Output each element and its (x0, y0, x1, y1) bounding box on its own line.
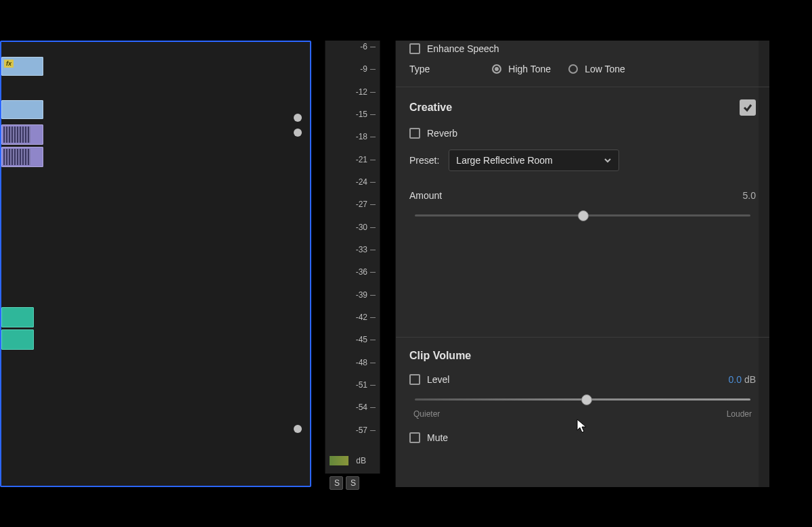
meter-tick: -21 (340, 155, 367, 164)
clip-volume-title: Clip Volume (409, 350, 471, 362)
solo-button[interactable]: S (330, 476, 343, 490)
divider (396, 87, 769, 87)
chevron-down-icon (604, 156, 612, 164)
slider-thumb[interactable] (578, 210, 589, 221)
solo-button[interactable]: S (346, 476, 359, 490)
meter-tick: -9 (340, 64, 367, 74)
timeline-vscroll[interactable] (286, 42, 310, 486)
meter-tick: -45 (340, 335, 367, 344)
keyframe-dot-icon[interactable] (294, 425, 302, 433)
video-clip[interactable] (1, 100, 43, 119)
level-checkbox[interactable] (409, 374, 420, 385)
amount-value[interactable]: 5.0 (743, 190, 756, 201)
level-value[interactable]: 0.0 dB (729, 374, 756, 385)
fx-badge-icon: fx (4, 60, 14, 68)
essential-sound-panel: Enhance Speech Type High Tone Low Tone C… (395, 41, 769, 487)
meter-tick: -51 (340, 380, 367, 390)
audio-meter: -6-9-12-15-18-21-24-27-30-33-36-39-42-45… (325, 41, 380, 474)
low-tone-label: Low Tone (585, 64, 625, 74)
audio-clip[interactable] (1, 329, 34, 350)
mute-label: Mute (427, 432, 448, 443)
meter-tick: -12 (340, 87, 367, 97)
waveform-icon (3, 127, 30, 143)
keyframe-dot-icon[interactable] (294, 114, 302, 122)
level-slider[interactable] (415, 394, 750, 404)
preset-value: Large Reflective Room (456, 155, 552, 166)
high-tone-label: High Tone (508, 64, 551, 74)
meter-tick: -18 (340, 132, 367, 141)
reverb-label: Reverb (427, 128, 457, 139)
louder-label: Louder (727, 409, 752, 419)
creative-section-title: Creative (409, 101, 452, 114)
reverb-checkbox[interactable] (409, 128, 420, 139)
amount-slider[interactable] (415, 210, 750, 220)
meter-tick: -54 (340, 403, 367, 412)
meter-tick: -27 (340, 200, 367, 209)
audio-clip[interactable] (1, 307, 34, 327)
keyframe-dot-icon[interactable] (294, 129, 302, 137)
enhance-speech-checkbox[interactable] (409, 43, 420, 54)
meter-tick: -39 (340, 290, 367, 300)
preset-label: Preset: (409, 155, 439, 166)
meter-tick: -57 (340, 426, 367, 435)
low-tone-radio[interactable] (568, 64, 578, 74)
meter-solo-buttons: S S (330, 476, 370, 492)
timeline-panel[interactable]: fx (0, 41, 311, 487)
meter-level-icon (330, 456, 348, 465)
audio-clip[interactable] (1, 147, 43, 167)
timeline-tracks[interactable]: fx (1, 42, 289, 486)
mute-checkbox[interactable] (409, 432, 420, 443)
amount-label: Amount (409, 190, 442, 201)
preset-dropdown[interactable]: Large Reflective Room (449, 150, 619, 171)
level-label: Level (427, 374, 449, 385)
meter-scale: -6-9-12-15-18-21-24-27-30-33-36-39-42-45… (325, 41, 367, 474)
creative-toggle[interactable] (740, 99, 756, 116)
panel-scrollbar[interactable] (759, 41, 769, 487)
meter-tick: -36 (340, 267, 367, 277)
slider-thumb[interactable] (581, 394, 592, 405)
type-label: Type (409, 64, 430, 74)
waveform-icon (3, 149, 30, 165)
audio-clip[interactable] (1, 124, 43, 145)
meter-tick: -30 (340, 223, 367, 232)
meter-tick: -6 (340, 42, 367, 51)
meter-tick: -42 (340, 313, 367, 322)
meter-tick: -24 (340, 177, 367, 187)
high-tone-radio[interactable] (492, 64, 501, 74)
meter-unit-label: dB (356, 456, 366, 465)
meter-tick: -15 (340, 110, 367, 119)
meter-tick: -33 (340, 245, 367, 254)
meter-tick: -48 (340, 358, 367, 367)
enhance-speech-label: Enhance Speech (427, 43, 499, 54)
video-clip[interactable]: fx (1, 57, 43, 76)
divider (396, 337, 769, 338)
quieter-label: Quieter (413, 409, 440, 419)
